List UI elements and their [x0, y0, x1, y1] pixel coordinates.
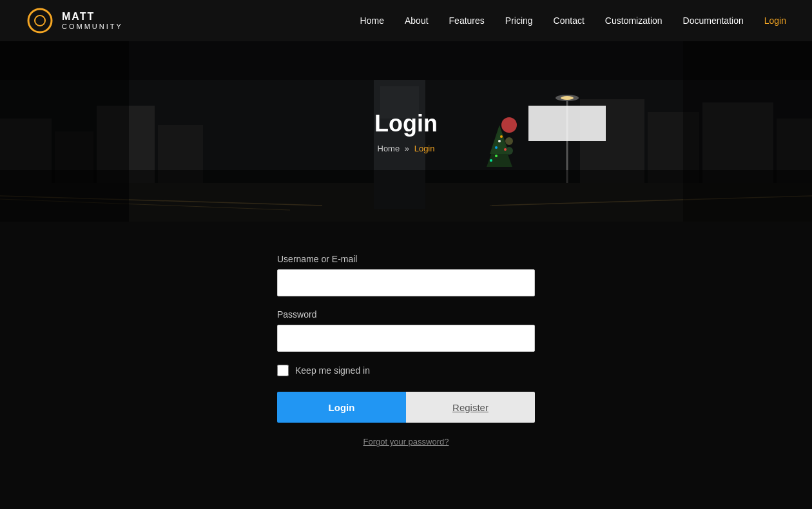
- svg-point-0: [28, 9, 52, 32]
- password-label: Password: [277, 309, 535, 320]
- logo-text: MATT COMMUNITY: [62, 11, 123, 30]
- svg-point-28: [504, 148, 507, 151]
- svg-point-18: [505, 137, 513, 145]
- breadcrumb-separator: »: [405, 144, 409, 153]
- username-input[interactable]: [277, 269, 535, 296]
- keep-signed-in-row: Keep me signed in: [277, 365, 535, 376]
- logo-matt: MATT: [62, 11, 123, 23]
- nav-links: Home About Features Pricing Contact Cust…: [360, 15, 786, 26]
- nav-item-home[interactable]: Home: [360, 15, 384, 26]
- svg-rect-35: [0, 170, 812, 222]
- nav-item-contact[interactable]: Contact: [554, 15, 585, 26]
- login-form: Username or E-mail Password Keep me sign…: [277, 254, 535, 447]
- nav-item-about[interactable]: About: [405, 15, 429, 26]
- action-buttons: Login Register: [277, 392, 535, 423]
- svg-point-30: [498, 140, 501, 142]
- breadcrumb: Home » Login: [374, 144, 438, 153]
- logo[interactable]: MATT COMMUNITY: [26, 6, 123, 35]
- nav-link-login[interactable]: Login: [764, 15, 786, 26]
- breadcrumb-current: Login: [414, 144, 435, 153]
- logo-community: COMMUNITY: [62, 23, 123, 30]
- nav-link-pricing[interactable]: Pricing: [505, 15, 533, 26]
- logo-icon: [26, 6, 54, 35]
- svg-point-1: [35, 15, 45, 26]
- nav-item-documentation[interactable]: Documentation: [683, 15, 744, 26]
- username-group: Username or E-mail: [277, 254, 535, 296]
- hero-title: Login: [374, 110, 438, 137]
- breadcrumb-home[interactable]: Home: [378, 144, 400, 153]
- password-group: Password: [277, 309, 535, 352]
- svg-rect-34: [0, 41, 812, 80]
- nav-link-home[interactable]: Home: [360, 15, 384, 26]
- nav-item-pricing[interactable]: Pricing: [505, 15, 533, 26]
- nav-item-login[interactable]: Login: [764, 15, 786, 26]
- forgot-password-link-container: Forgot your password?: [277, 436, 535, 447]
- username-label: Username or E-mail: [277, 254, 535, 264]
- svg-point-27: [500, 135, 503, 138]
- nav-link-about[interactable]: About: [405, 15, 429, 26]
- hero-content: Login Home » Login: [374, 110, 438, 153]
- nav-link-contact[interactable]: Contact: [554, 15, 585, 26]
- nav-item-features[interactable]: Features: [449, 15, 485, 26]
- svg-point-25: [490, 159, 492, 162]
- nav-link-customization[interactable]: Customization: [605, 15, 662, 26]
- keep-signed-in-label[interactable]: Keep me signed in: [295, 365, 370, 376]
- navbar: MATT COMMUNITY Home About Features Prici…: [0, 0, 812, 41]
- keep-signed-in-checkbox[interactable]: [277, 365, 289, 376]
- register-button[interactable]: Register: [406, 392, 535, 423]
- svg-rect-31: [528, 106, 606, 141]
- nav-item-customization[interactable]: Customization: [605, 15, 662, 26]
- nav-link-features[interactable]: Features: [449, 15, 485, 26]
- nav-link-documentation[interactable]: Documentation: [683, 15, 744, 26]
- hero-banner: Login Home » Login: [0, 41, 812, 222]
- login-button[interactable]: Login: [277, 392, 406, 423]
- forgot-password-link[interactable]: Forgot your password?: [363, 437, 449, 447]
- svg-point-26: [495, 146, 498, 149]
- login-section: Username or E-mail Password Keep me sign…: [0, 222, 812, 486]
- svg-point-29: [495, 155, 498, 157]
- svg-point-22: [561, 96, 574, 100]
- password-input[interactable]: [277, 325, 535, 352]
- svg-point-17: [501, 117, 517, 133]
